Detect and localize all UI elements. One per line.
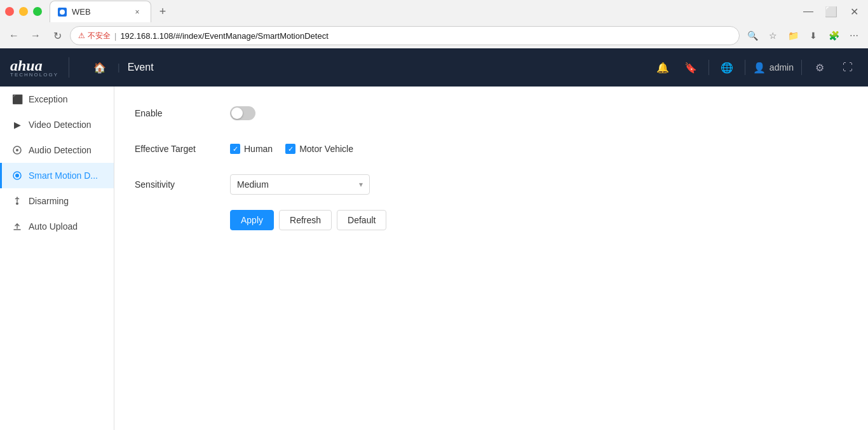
sidebar-item-smart-motion[interactable]: Smart Motion D...: [0, 163, 114, 188]
svg-point-4: [15, 174, 19, 177]
nav-separator: |: [118, 62, 120, 73]
sensitivity-select[interactable]: Medium ▾: [230, 174, 370, 195]
downloads-button[interactable]: ⬇: [804, 27, 822, 45]
username-label: admin: [770, 62, 794, 73]
notification-button[interactable]: 🔔: [653, 57, 673, 78]
more-button[interactable]: ⋯: [845, 27, 863, 45]
effective-target-row: Effective Target ✓ Human ✓ Motor Vehicle: [135, 137, 848, 160]
sensitivity-control: Medium ▾: [230, 174, 370, 195]
window-minimize-chrome-button[interactable]: —: [799, 3, 817, 20]
select-arrow-icon: ▾: [359, 180, 363, 189]
window-close-button[interactable]: [5, 7, 14, 16]
window-minimize-button[interactable]: [19, 7, 28, 16]
header-divider: [709, 60, 709, 75]
svg-point-2: [16, 149, 18, 151]
disarming-icon: [12, 196, 22, 206]
user-icon: 👤: [753, 62, 766, 74]
sensitivity-value: Medium: [237, 179, 269, 190]
fullscreen-button[interactable]: ⛶: [837, 57, 858, 78]
enable-toggle[interactable]: [230, 106, 255, 120]
header-divider-2: [745, 60, 745, 75]
search-button[interactable]: 🔍: [743, 27, 761, 45]
sidebar: ⬛ Exception ▶ Video Detection Audio Dete…: [0, 87, 114, 430]
url-separator: |: [114, 31, 116, 41]
star-button[interactable]: ☆: [764, 27, 782, 45]
tab-title: WEB: [72, 7, 91, 17]
human-checkbox-item[interactable]: ✓ Human: [230, 144, 273, 154]
exception-icon: ⬛: [12, 94, 22, 104]
header-actions: 🔔 🔖 🌐 👤 admin ⚙ ⛶: [653, 57, 858, 78]
collections-button[interactable]: 📁: [784, 27, 802, 45]
action-buttons: Apply Refresh Default: [230, 210, 386, 230]
svg-point-5: [16, 202, 18, 205]
buttons-row: Apply Refresh Default: [135, 209, 848, 232]
human-label: Human: [244, 144, 273, 154]
page-title: Event: [128, 62, 154, 73]
disarming-label: Disarming: [29, 196, 69, 206]
refresh-button[interactable]: Refresh: [279, 210, 332, 230]
app-header: ahua TECHNOLOGY 🏠 | Event 🔔 🔖 🌐 👤 admin …: [0, 48, 868, 87]
url-text: 192.168.1.108/#/index/EventManage/SmartM…: [120, 31, 328, 41]
browser-actions: 🔍 ☆ 📁 ⬇ 🧩 ⋯: [743, 27, 863, 45]
enable-control: [230, 106, 255, 120]
window-maximize-button[interactable]: [33, 7, 42, 16]
default-button[interactable]: Default: [337, 210, 386, 230]
browser-tab[interactable]: WEB ×: [50, 1, 151, 22]
warning-icon: ⚠: [78, 31, 85, 40]
forward-button[interactable]: →: [27, 27, 44, 45]
app-container: ahua TECHNOLOGY 🏠 | Event 🔔 🔖 🌐 👤 admin …: [0, 48, 868, 430]
apply-button[interactable]: Apply: [230, 210, 274, 230]
window-close-chrome-button[interactable]: ✕: [845, 3, 863, 20]
extensions-button[interactable]: 🧩: [825, 27, 843, 45]
human-checkbox[interactable]: ✓: [230, 144, 240, 154]
smart-motion-label: Smart Motion D...: [29, 170, 98, 181]
auto-upload-label: Auto Upload: [29, 221, 78, 232]
settings-button[interactable]: ⚙: [810, 57, 830, 78]
tab-favicon: [58, 8, 67, 17]
enable-label: Enable: [135, 108, 230, 118]
header-nav: 🏠 | Event: [79, 57, 154, 78]
sidebar-item-auto-upload[interactable]: Auto Upload: [0, 214, 114, 239]
reload-button[interactable]: ↻: [48, 27, 66, 45]
smart-motion-icon: [12, 170, 22, 181]
tab-close-button[interactable]: ×: [132, 6, 143, 18]
header-divider-3: [801, 60, 802, 75]
sidebar-item-video-detection[interactable]: ▶ Video Detection: [0, 112, 114, 137]
window-restore-button[interactable]: ⬜: [822, 3, 840, 20]
home-button[interactable]: 🏠: [90, 57, 110, 78]
address-bar-input[interactable]: ⚠ 不安全 | 192.168.1.108/#/index/EventManag…: [70, 26, 740, 45]
new-tab-button[interactable]: +: [154, 3, 172, 20]
enable-row: Enable: [135, 102, 848, 125]
globe-button[interactable]: 🌐: [717, 57, 737, 78]
effective-target-control: ✓ Human ✓ Motor Vehicle: [230, 144, 353, 154]
sensitivity-label: Sensitivity: [135, 179, 230, 190]
sidebar-item-disarming[interactable]: Disarming: [0, 188, 114, 214]
sidebar-item-audio-detection[interactable]: Audio Detection: [0, 137, 114, 163]
logo: ahua TECHNOLOGY: [10, 57, 58, 78]
svg-point-0: [60, 10, 65, 15]
auto-upload-icon: [12, 221, 22, 232]
motor-vehicle-label: Motor Vehicle: [299, 144, 353, 154]
video-detection-icon: ▶: [12, 120, 22, 130]
content-area: Enable Effective Target ✓ Human ✓: [114, 87, 868, 430]
logo-subtext: TECHNOLOGY: [10, 72, 58, 78]
audio-detection-label: Audio Detection: [29, 145, 92, 155]
exception-label: Exception: [29, 94, 67, 104]
back-button[interactable]: ←: [5, 27, 23, 45]
main-area: ⬛ Exception ▶ Video Detection Audio Dete…: [0, 87, 868, 430]
motor-vehicle-checkbox-item[interactable]: ✓ Motor Vehicle: [285, 144, 353, 154]
effective-target-label: Effective Target: [135, 144, 230, 154]
video-detection-label: Video Detection: [29, 120, 92, 130]
logo-area: ahua TECHNOLOGY: [10, 57, 69, 78]
user-info: 👤 admin: [753, 62, 794, 74]
sensitivity-row: Sensitivity Medium ▾: [135, 173, 848, 196]
toggle-thumb: [231, 108, 243, 119]
bookmark-button[interactable]: 🔖: [681, 57, 701, 78]
motor-vehicle-checkbox[interactable]: ✓: [285, 144, 295, 154]
audio-detection-icon: [12, 145, 22, 155]
sidebar-item-exception[interactable]: ⬛ Exception: [0, 87, 114, 112]
security-warning: ⚠ 不安全: [78, 31, 111, 41]
